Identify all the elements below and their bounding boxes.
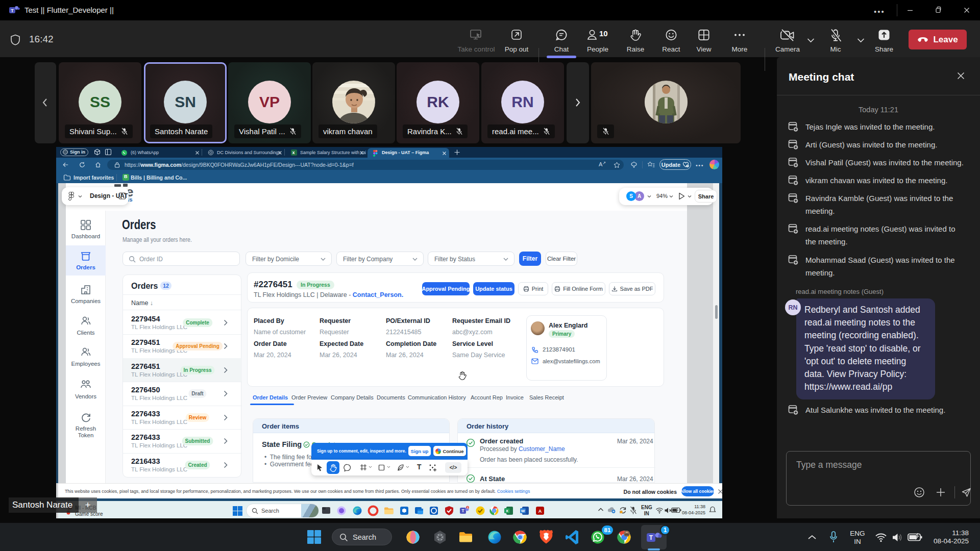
svg-text:W: W <box>521 509 525 513</box>
svg-text:10: 10 <box>599 29 608 38</box>
svg-text:2: 2 <box>467 506 468 509</box>
svg-text:X: X <box>506 509 509 513</box>
svg-text:T: T <box>649 534 653 541</box>
svg-text:T: T <box>461 508 464 513</box>
svg-text:T: T <box>11 8 14 13</box>
svg-text:A: A <box>538 509 542 514</box>
